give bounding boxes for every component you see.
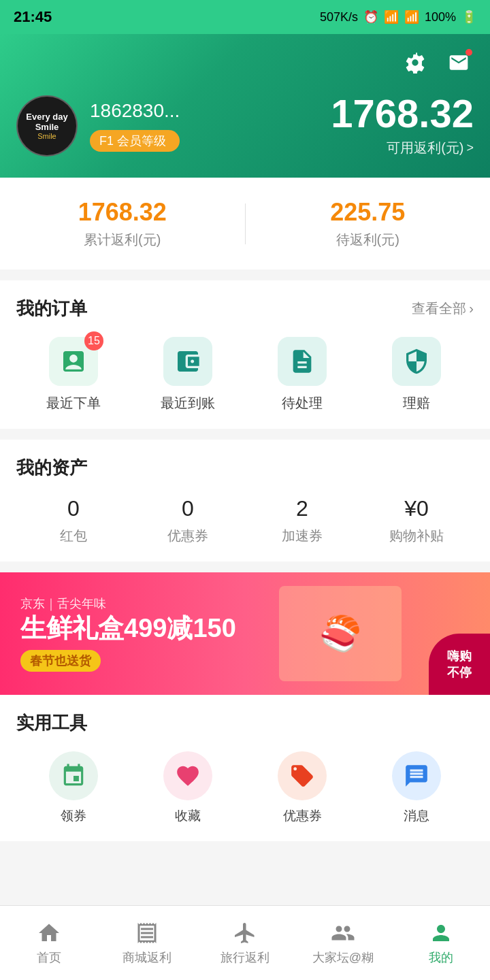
member-badge[interactable]: F1 会员等级 xyxy=(90,130,180,152)
asset-hongbao-label: 红包 xyxy=(16,527,131,545)
order-label-recent: 最近下单 xyxy=(46,394,101,412)
assets-row: 0 红包 0 优惠券 2 加速券 ¥0 购物补贴 xyxy=(16,496,474,545)
status-right: 507K/s ⏰ 📶 📶 100% 🔋 xyxy=(320,10,476,24)
pending-label: 待返利(元) xyxy=(246,231,491,249)
battery-level: 100% xyxy=(425,10,456,24)
phone-number: 1862830... xyxy=(90,100,180,122)
nav-travel-label: 旅行返利 xyxy=(220,949,270,966)
profile-row: Every day Smile Smile 1862830... F1 会员等级… xyxy=(16,94,474,157)
nav-mall[interactable]: 商城返利 xyxy=(98,915,196,971)
nav-community-label: 大家坛@糊 xyxy=(312,949,374,966)
asset-coupon-value: 0 xyxy=(131,496,245,521)
nav-mine-label: 我的 xyxy=(429,949,453,966)
nav-community[interactable]: 大家坛@糊 xyxy=(294,915,392,971)
nav-mall-label: 商城返利 xyxy=(122,949,172,966)
accumulated-label: 累计返利(元) xyxy=(0,231,245,249)
avatar-line2: Smile xyxy=(35,122,59,132)
profile-info: 1862830... F1 会员等级 xyxy=(90,100,180,152)
avatar[interactable]: Every day Smile Smile xyxy=(16,95,78,157)
tools-section: 实用工具 领券 收藏 优惠券 xyxy=(0,695,490,841)
accumulated-amount: 1768.32 xyxy=(0,198,245,227)
mail-button[interactable] xyxy=(444,48,474,78)
banner-food: 🍣 xyxy=(265,572,415,695)
profile-left: Every day Smile Smile 1862830... F1 会员等级 xyxy=(16,95,180,157)
header: Every day Smile Smile 1862830... F1 会员等级… xyxy=(0,34,490,178)
balance-chevron: > xyxy=(466,141,474,155)
banner-text: 京东｜舌尖年味 生鲜礼盒499减150 春节也送货 xyxy=(20,595,236,672)
asset-speed-label: 加速券 xyxy=(245,527,359,545)
order-label-pending: 待处理 xyxy=(282,394,323,412)
orders-section: 我的订单 查看全部 › 15 最近下单 最近到账 xyxy=(0,280,490,429)
order-icon-credited xyxy=(163,337,212,386)
order-icon-claims xyxy=(392,337,441,386)
tool-label-favorite: 收藏 xyxy=(175,807,201,825)
order-badge: 15 xyxy=(84,331,103,350)
promo-banner[interactable]: 京东｜舌尖年味 生鲜礼盒499减150 春节也送货 🍣 嗨购 不停 xyxy=(0,572,490,695)
assets-title: 我的资产 xyxy=(16,456,87,480)
tool-icon-discount xyxy=(278,751,327,800)
tool-label-discount: 优惠券 xyxy=(283,807,322,825)
nav-travel[interactable]: 旅行返利 xyxy=(196,915,294,971)
banner-source: 京东｜舌尖年味 xyxy=(20,595,236,612)
order-icon-recent: 15 xyxy=(49,337,98,386)
header-icons xyxy=(16,48,474,78)
tool-icon-message xyxy=(392,751,441,800)
orders-icons-row: 15 最近下单 最近到账 待处理 xyxy=(16,337,474,412)
view-all-chevron: › xyxy=(469,301,474,316)
stat-accumulated[interactable]: 1768.32 累计返利(元) xyxy=(0,198,245,249)
assets-header: 我的资产 xyxy=(16,456,474,480)
tool-icon-coupon xyxy=(49,751,98,800)
avatar-line3: Smile xyxy=(37,132,56,140)
status-time: 21:45 xyxy=(14,8,52,26)
stats-row: 1768.32 累计返利(元) 225.75 待返利(元) xyxy=(0,178,490,270)
view-all-orders[interactable]: 查看全部 › xyxy=(412,299,474,318)
asset-hongbao[interactable]: 0 红包 xyxy=(16,496,131,545)
tools-row: 领券 收藏 优惠券 消息 xyxy=(16,751,474,825)
banner-main: 生鲜礼盒499减150 xyxy=(20,615,236,643)
asset-subsidy-value: ¥0 xyxy=(359,496,474,521)
tool-coupon[interactable]: 领券 xyxy=(16,751,131,825)
asset-subsidy-label: 购物补贴 xyxy=(359,527,474,545)
nav-home[interactable]: 首页 xyxy=(0,915,98,971)
tools-title: 实用工具 xyxy=(16,711,87,735)
asset-speed-value: 2 xyxy=(245,496,359,521)
asset-coupon[interactable]: 0 优惠券 xyxy=(131,496,245,545)
avatar-line1: Every day xyxy=(26,112,67,122)
nav-mine[interactable]: 我的 xyxy=(392,915,490,971)
orders-header: 我的订单 查看全部 › xyxy=(16,297,474,321)
orders-title: 我的订单 xyxy=(16,297,87,321)
balance-right[interactable]: 1768.32 可用返利(元) > xyxy=(331,94,474,157)
network-speed: 507K/s xyxy=(320,10,358,24)
tool-label-coupon: 领券 xyxy=(61,807,86,825)
order-item-recent[interactable]: 15 最近下单 xyxy=(16,337,131,412)
asset-speed[interactable]: 2 加速券 xyxy=(245,496,359,545)
settings-button[interactable] xyxy=(400,48,430,78)
stat-pending[interactable]: 225.75 待返利(元) xyxy=(246,198,491,249)
alarm-icon: ⏰ xyxy=(363,10,378,24)
food-image: 🍣 xyxy=(279,586,402,681)
battery-icon: 🔋 xyxy=(461,10,476,24)
pending-amount: 225.75 xyxy=(246,198,491,227)
tool-favorite[interactable]: 收藏 xyxy=(131,751,245,825)
banner-corner-line1: 嗨购 xyxy=(447,648,472,664)
order-label-claims: 理赔 xyxy=(403,394,430,412)
notification-dot xyxy=(466,49,472,56)
signal-icon: 📶 xyxy=(404,10,419,24)
banner-sub: 春节也送货 xyxy=(20,650,101,672)
nav-home-label: 首页 xyxy=(37,949,61,966)
order-label-credited: 最近到账 xyxy=(161,394,215,412)
order-item-pending[interactable]: 待处理 xyxy=(245,337,359,412)
asset-hongbao-value: 0 xyxy=(16,496,131,521)
order-item-credited[interactable]: 最近到账 xyxy=(131,337,245,412)
assets-section: 我的资产 0 红包 0 优惠券 2 加速券 ¥0 购物补贴 xyxy=(0,440,490,561)
order-item-claims[interactable]: 理赔 xyxy=(359,337,474,412)
balance-amount: 1768.32 xyxy=(331,94,474,133)
tool-icon-favorite xyxy=(163,751,212,800)
tool-message[interactable]: 消息 xyxy=(359,751,474,825)
wifi-icon: 📶 xyxy=(384,10,399,24)
tools-header: 实用工具 xyxy=(16,711,474,735)
asset-coupon-label: 优惠券 xyxy=(131,527,245,545)
tool-discount[interactable]: 优惠券 xyxy=(245,751,359,825)
asset-subsidy[interactable]: ¥0 购物补贴 xyxy=(359,496,474,545)
bottom-nav: 首页 商城返利 旅行返利 大家坛@糊 我的 xyxy=(0,905,490,980)
